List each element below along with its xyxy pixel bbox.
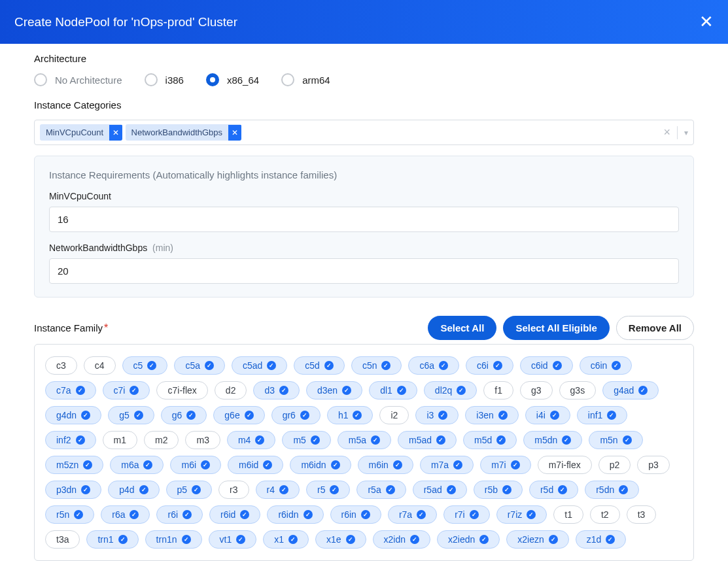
chevron-down-icon[interactable]: ▾ xyxy=(684,128,688,137)
family-pill-p3[interactable]: p3 xyxy=(637,456,670,474)
family-pill-c3[interactable]: c3 xyxy=(45,356,77,375)
chip-remove-icon[interactable]: ✕ xyxy=(228,125,241,141)
family-pill-r5n[interactable]: r5n✓ xyxy=(45,505,94,524)
family-pill-g4dn[interactable]: g4dn✓ xyxy=(45,406,101,424)
select-all-button[interactable]: Select All xyxy=(428,316,496,340)
family-pill-x2iedn[interactable]: x2iedn✓ xyxy=(437,530,500,549)
family-pill-m7i[interactable]: m7i✓ xyxy=(480,456,531,474)
family-pill-c5n[interactable]: c5n✓ xyxy=(351,356,402,375)
family-pill-t2[interactable]: t2 xyxy=(590,505,620,524)
family-pill-gr6[interactable]: gr6✓ xyxy=(271,406,321,424)
family-pill-i2[interactable]: i2 xyxy=(379,406,409,424)
family-pill-r6in[interactable]: r6in✓ xyxy=(330,505,381,524)
family-pill-trn1n[interactable]: trn1n✓ xyxy=(145,530,202,549)
family-pill-r7iz[interactable]: r7iz✓ xyxy=(496,505,547,524)
family-pill-c7a[interactable]: c7a✓ xyxy=(45,381,96,400)
family-pill-c6i[interactable]: c6i✓ xyxy=(466,356,513,375)
family-pill-c4[interactable]: c4 xyxy=(84,356,116,375)
family-pill-m7i-flex[interactable]: m7i-flex xyxy=(538,456,592,474)
family-pill-c6in[interactable]: c6in✓ xyxy=(580,356,633,375)
family-pill-m6id[interactable]: m6id✓ xyxy=(228,456,283,474)
family-pill-trn1[interactable]: trn1✓ xyxy=(86,530,138,549)
architecture-radio-no-architecture[interactable]: No Architecture xyxy=(34,73,122,86)
family-pill-inf2[interactable]: inf2✓ xyxy=(45,431,96,449)
remove-all-button[interactable]: Remove All xyxy=(616,316,694,340)
family-pill-p5[interactable]: p5✓ xyxy=(166,481,213,499)
networkbandwidthgbps-input[interactable] xyxy=(49,258,679,284)
family-pill-i3en[interactable]: i3en✓ xyxy=(465,406,518,424)
family-pill-c5d[interactable]: c5d✓ xyxy=(294,356,345,375)
family-pill-m6a[interactable]: m6a✓ xyxy=(110,456,164,474)
family-pill-i3[interactable]: i3✓ xyxy=(415,406,459,424)
family-pill-t3a[interactable]: t3a xyxy=(45,530,80,549)
family-pill-inf1[interactable]: inf1✓ xyxy=(577,406,628,424)
family-pill-m6idn[interactable]: m6idn✓ xyxy=(290,456,351,474)
family-pill-x1e[interactable]: x1e✓ xyxy=(315,530,366,549)
family-pill-m5[interactable]: m5✓ xyxy=(282,431,330,449)
family-pill-r5b[interactable]: r5b✓ xyxy=(474,481,523,499)
clear-icon[interactable]: × xyxy=(663,126,670,139)
family-pill-c5a[interactable]: c5a✓ xyxy=(174,356,225,375)
family-pill-p3dn[interactable]: p3dn✓ xyxy=(45,481,101,499)
family-pill-m3[interactable]: m3 xyxy=(185,431,220,449)
family-pill-m5dn[interactable]: m5dn✓ xyxy=(523,431,582,449)
family-pill-c5[interactable]: c5✓ xyxy=(122,356,168,375)
family-pill-g6[interactable]: g6✓ xyxy=(161,406,207,424)
family-pill-r6i[interactable]: r6i✓ xyxy=(156,505,203,524)
architecture-radio-arm64[interactable]: arm64 xyxy=(281,73,330,86)
family-pill-vt1[interactable]: vt1✓ xyxy=(209,530,257,549)
family-pill-r6idn[interactable]: r6idn✓ xyxy=(267,505,323,524)
select-all-eligible-button[interactable]: Select All Eligible xyxy=(503,316,609,340)
family-pill-g6e[interactable]: g6e✓ xyxy=(213,406,264,424)
family-pill-i4i[interactable]: i4i✓ xyxy=(525,406,570,424)
family-pill-dl1[interactable]: dl1✓ xyxy=(369,381,417,400)
family-pill-r5dn[interactable]: r5dn✓ xyxy=(585,481,639,499)
family-pill-g4ad[interactable]: g4ad✓ xyxy=(602,381,659,400)
family-pill-c6a[interactable]: c6a✓ xyxy=(408,356,459,375)
family-pill-r6id[interactable]: r6id✓ xyxy=(209,505,260,524)
family-pill-c6id[interactable]: c6id✓ xyxy=(520,356,573,375)
family-pill-c7i[interactable]: c7i✓ xyxy=(103,381,150,400)
minvcpucount-input[interactable] xyxy=(49,207,679,232)
family-pill-m7a[interactable]: m7a✓ xyxy=(420,456,474,474)
family-pill-g3s[interactable]: g3s xyxy=(559,381,597,400)
family-pill-m6in[interactable]: m6in✓ xyxy=(358,456,413,474)
family-pill-m4[interactable]: m4✓ xyxy=(227,431,275,449)
family-pill-r6a[interactable]: r6a✓ xyxy=(101,505,150,524)
architecture-radio-i386[interactable]: i386 xyxy=(145,73,184,86)
family-pill-p2[interactable]: p2 xyxy=(598,456,631,474)
family-pill-d3en[interactable]: d3en✓ xyxy=(306,381,362,400)
family-pill-m2[interactable]: m2 xyxy=(144,431,179,449)
family-pill-h1[interactable]: h1✓ xyxy=(327,406,373,424)
family-pill-t1[interactable]: t1 xyxy=(553,505,583,524)
family-pill-r3[interactable]: r3 xyxy=(218,481,249,499)
family-pill-x1[interactable]: x1✓ xyxy=(263,530,309,549)
categories-multiselect[interactable]: MinVCpuCount✕ NetworkBandwidthGbps✕ × ▾ xyxy=(34,120,694,145)
family-pill-d2[interactable]: d2 xyxy=(215,381,247,400)
family-pill-m5n[interactable]: m5n✓ xyxy=(589,431,642,449)
family-pill-r5ad[interactable]: r5ad✓ xyxy=(413,481,467,499)
family-pill-x2iezn[interactable]: x2iezn✓ xyxy=(506,530,568,549)
family-pill-r5[interactable]: r5✓ xyxy=(306,481,350,499)
family-pill-r5a[interactable]: r5a✓ xyxy=(356,481,406,499)
family-pill-g5[interactable]: g5✓ xyxy=(108,406,154,424)
family-pill-p4d[interactable]: p4d✓ xyxy=(108,481,159,499)
family-pill-x2idn[interactable]: x2idn✓ xyxy=(373,530,430,549)
family-pill-m1[interactable]: m1 xyxy=(103,431,137,449)
family-pill-m6i[interactable]: m6i✓ xyxy=(170,456,221,474)
family-pill-c5ad[interactable]: c5ad✓ xyxy=(232,356,287,375)
family-pill-t3[interactable]: t3 xyxy=(627,505,657,524)
close-icon[interactable]: ✕ xyxy=(699,12,714,32)
family-pill-r7i[interactable]: r7i✓ xyxy=(443,505,490,524)
family-pill-dl2q[interactable]: dl2q✓ xyxy=(424,381,477,400)
family-pill-g3[interactable]: g3 xyxy=(520,381,553,400)
family-pill-z1d[interactable]: z1d✓ xyxy=(576,530,627,549)
family-pill-r7a[interactable]: r7a✓ xyxy=(388,505,437,524)
family-pill-m5zn[interactable]: m5zn✓ xyxy=(45,456,103,474)
architecture-radio-x86_64[interactable]: x86_64 xyxy=(206,73,259,86)
family-pill-r5d[interactable]: r5d✓ xyxy=(529,481,578,499)
family-pill-m5ad[interactable]: m5ad✓ xyxy=(398,431,457,449)
family-pill-f1[interactable]: f1 xyxy=(483,381,513,400)
family-pill-c7i-flex[interactable]: c7i-flex xyxy=(156,381,207,400)
family-pill-d3[interactable]: d3✓ xyxy=(253,381,300,400)
